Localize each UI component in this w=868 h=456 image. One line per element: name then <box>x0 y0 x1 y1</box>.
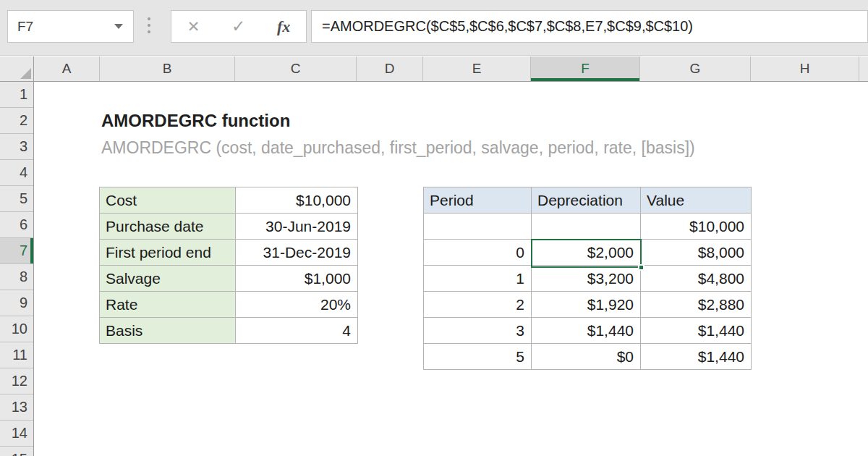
cell-B5[interactable]: Cost <box>100 187 236 214</box>
table-row: 1 $3,200 $4,800 <box>424 266 752 292</box>
column-header-G[interactable]: G <box>640 56 751 81</box>
cell-G9[interactable]: $2,880 <box>641 292 752 318</box>
sheet-canvas[interactable]: AMORDEGRC function AMORDEGRC (cost, date… <box>35 82 868 456</box>
cell-G8[interactable]: $4,800 <box>641 266 752 292</box>
row-header-5[interactable]: 5 <box>0 186 33 212</box>
cell-G6[interactable]: $10,000 <box>641 214 752 240</box>
row-header-9[interactable]: 9 <box>0 290 33 316</box>
select-all-button[interactable] <box>0 56 34 81</box>
column-header-F-selected[interactable]: F <box>531 56 640 81</box>
row-header-4[interactable]: 4 <box>0 160 33 186</box>
cell-C6[interactable]: 30-Jun-2019 <box>236 214 358 240</box>
column-header-D[interactable]: D <box>357 56 423 81</box>
cell-E11[interactable]: 5 <box>424 344 532 370</box>
cell-C7[interactable]: 31-Dec-2019 <box>236 240 358 266</box>
table-row: 2 $1,920 $2,880 <box>424 292 752 318</box>
table-row: 0 $2,000 $8,000 <box>424 240 752 266</box>
cell-G11[interactable]: $1,440 <box>641 344 752 370</box>
cell-G5-header[interactable]: Value <box>641 187 752 214</box>
input-table: Cost $10,000 Purchase date 30-Jun-2019 F… <box>99 187 358 344</box>
cell-F5-header[interactable]: Depreciation <box>532 187 641 214</box>
table-row: Purchase date 30-Jun-2019 <box>100 214 358 240</box>
cell-E6[interactable] <box>424 214 532 240</box>
cell-F11[interactable]: $0 <box>532 344 641 370</box>
table-header-row: Period Depreciation Value <box>424 187 752 214</box>
table-row: 5 $0 $1,440 <box>424 344 752 370</box>
cancel-icon[interactable]: ✕ <box>187 18 200 35</box>
cell-B6[interactable]: Purchase date <box>100 214 236 240</box>
column-header-C[interactable]: C <box>235 56 357 81</box>
cell-B8[interactable]: Salvage <box>100 266 236 292</box>
table-row: First period end 31-Dec-2019 <box>100 240 358 266</box>
cell-G10[interactable]: $1,440 <box>641 318 752 344</box>
table-row: Basis 4 <box>100 318 358 344</box>
row-header-6[interactable]: 6 <box>0 212 33 238</box>
row-header-13[interactable]: 13 <box>0 394 33 421</box>
column-header-B[interactable]: B <box>100 56 235 81</box>
cell-F7-active[interactable]: $2,000 <box>532 240 641 266</box>
column-headers: A B C D E F G H <box>0 56 868 82</box>
formula-bar-buttons: ✕ ✓ fx <box>171 10 307 43</box>
cell-F8[interactable]: $3,200 <box>532 266 641 292</box>
select-all-triangle-icon <box>20 68 31 79</box>
name-box-dropdown-icon[interactable] <box>114 24 123 29</box>
cell-E9[interactable]: 2 <box>424 292 532 318</box>
name-box-value[interactable]: F7 <box>8 19 114 35</box>
formula-text: =AMORDEGRC($C$5,$C$6,$C$7,$C$8,E7,$C$9,$… <box>312 18 693 35</box>
column-header-A[interactable]: A <box>34 56 100 81</box>
cell-C8[interactable]: $1,000 <box>236 266 358 292</box>
cell-E7[interactable]: 0 <box>424 240 532 266</box>
formula-bar-chrome: F7 ✕ ✓ fx =AMORDEGRC($C$5,$C$6,$C$7,$C$8… <box>0 0 868 56</box>
cell-B10[interactable]: Basis <box>100 318 236 344</box>
row-header-14[interactable]: 14 <box>0 421 33 447</box>
row-header-15[interactable]: 15 <box>0 447 33 456</box>
row-header-2[interactable]: 2 <box>0 108 33 134</box>
cell-C5[interactable]: $10,000 <box>236 187 358 214</box>
cell-C10[interactable]: 4 <box>236 318 358 344</box>
column-header-filler <box>859 56 868 81</box>
row-header-3[interactable]: 3 <box>0 134 33 160</box>
fill-handle[interactable] <box>638 264 644 271</box>
cell-F9[interactable]: $1,920 <box>532 292 641 318</box>
table-row: $10,000 <box>424 214 752 240</box>
cell-F10[interactable]: $1,440 <box>532 318 641 344</box>
table-row: Salvage $1,000 <box>100 266 358 292</box>
cell-E8[interactable]: 1 <box>424 266 532 292</box>
table-row: Rate 20% <box>100 292 358 318</box>
column-header-H[interactable]: H <box>751 56 859 81</box>
row-header-8[interactable]: 8 <box>0 264 33 290</box>
formula-input[interactable]: =AMORDEGRC($C$5,$C$6,$C$7,$C$8,E7,$C$9,$… <box>311 10 868 43</box>
cell-B3-subtitle[interactable]: AMORDEGRC (cost, date_purchased, first_p… <box>101 134 695 161</box>
row-header-7-selected[interactable]: 7 <box>0 238 33 264</box>
table-row: 3 $1,440 $1,440 <box>424 318 752 344</box>
formula-bar-resize-dots-icon[interactable] <box>148 17 150 33</box>
cell-E10[interactable]: 3 <box>424 318 532 344</box>
insert-function-icon[interactable]: fx <box>277 17 290 36</box>
row-header-10[interactable]: 10 <box>0 316 33 342</box>
cell-F6[interactable] <box>532 214 641 240</box>
cell-G7[interactable]: $8,000 <box>641 240 752 266</box>
cell-E5-header[interactable]: Period <box>424 187 532 214</box>
name-box[interactable]: F7 <box>7 10 134 43</box>
table-row: Cost $10,000 <box>100 187 358 214</box>
cell-B9[interactable]: Rate <box>100 292 236 318</box>
cell-C9[interactable]: 20% <box>236 292 358 318</box>
row-header-1[interactable]: 1 <box>0 82 33 108</box>
row-header-12[interactable]: 12 <box>0 368 33 394</box>
result-table: Period Depreciation Value $10,000 0 $2,0… <box>423 187 752 370</box>
cell-B2-title[interactable]: AMORDEGRC function <box>101 108 290 134</box>
row-header-11[interactable]: 11 <box>0 342 33 368</box>
column-header-E[interactable]: E <box>423 56 531 81</box>
enter-icon[interactable]: ✓ <box>231 17 245 36</box>
row-headers: 1 2 3 4 5 6 7 8 9 10 11 12 13 14 15 <box>0 82 34 456</box>
cell-B7[interactable]: First period end <box>100 240 236 266</box>
